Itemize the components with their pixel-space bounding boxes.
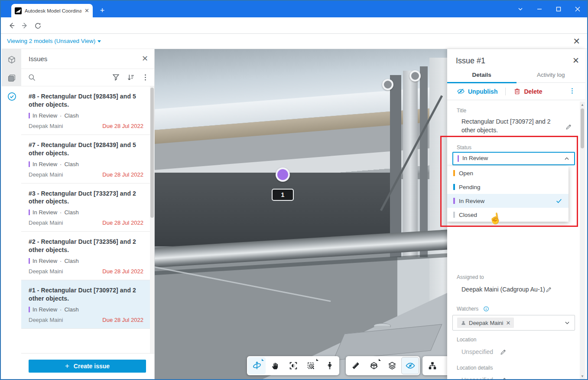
chevron-down-icon	[564, 320, 570, 326]
status-option[interactable]: Closed	[447, 208, 569, 222]
tab-details[interactable]: Details	[447, 72, 517, 78]
issues-panel-footer: +Create issue	[21, 353, 154, 380]
issue-list-item[interactable]: #2 - Rectangular Duct [732356] and 2 oth…	[21, 232, 150, 280]
issues-panel-icon[interactable]	[6, 91, 17, 102]
issue-list-item[interactable]: #1 - Rectangular Duct [730972] and 2 oth…	[21, 280, 150, 329]
scrollbar-thumb[interactable]	[150, 88, 154, 218]
fit-to-view-tool[interactable]	[284, 357, 302, 374]
issues-list-scrollbar[interactable]	[150, 86, 154, 353]
issue-type: Clash	[64, 112, 78, 119]
scrollbar-thumb[interactable]	[581, 108, 584, 148]
detail-panel-scrollbar[interactable]: ▲ ▼	[580, 102, 585, 380]
search-icon[interactable]	[28, 73, 36, 82]
model-browser-toolbar	[422, 356, 447, 375]
issue-title: #2 - Rectangular Duct [732356] and 2 oth…	[29, 238, 143, 254]
detail-more-kebab-icon[interactable]	[569, 87, 576, 95]
issues-list: #8 - Rectangular Duct [928435] and 5 oth…	[21, 86, 150, 353]
new-tab-button[interactable]: +	[97, 6, 107, 15]
analysis-toolbar	[346, 356, 420, 375]
flyout-indicator-icon	[316, 359, 318, 361]
issue-due-date: Due 28 Jul 2022	[102, 268, 143, 275]
issues-panel-title: Issues	[29, 55, 47, 62]
title-field: Title Rectangular Duct [730972] and 2 ot…	[457, 108, 561, 134]
edit-location-details-pencil-icon[interactable]	[500, 377, 507, 380]
issue-status-row: In Review · Clash	[29, 306, 143, 313]
detail-tabs: Details Activity log	[447, 72, 585, 83]
watcher-chip[interactable]: Deepak Maini ✕	[457, 318, 514, 328]
issue-pushpin-unselected[interactable]	[409, 70, 421, 82]
issue-title: #7 - Rectangular Duct [928439] and 5 oth…	[29, 141, 143, 157]
browser-tab[interactable]: Autodesk Model Coordination ✕	[11, 4, 93, 17]
unpublish-button[interactable]: Unpublish	[457, 87, 497, 95]
browser-titlebar: Autodesk Model Coordination ✕ +	[1, 1, 587, 17]
layers-tool[interactable]	[383, 357, 401, 374]
filter-icon[interactable]	[112, 73, 120, 82]
issues-panel: Issues ✕ #8 - Rectangular Duct [928435] …	[21, 49, 155, 380]
issue-type: Clash	[64, 258, 78, 264]
issue-pushpin-unselected[interactable]	[382, 79, 393, 90]
window-maximize-button[interactable]	[549, 1, 568, 17]
status-label: Status	[457, 143, 471, 151]
measure-tool[interactable]	[347, 357, 364, 374]
issue-type: Clash	[64, 161, 78, 167]
issue-list-item[interactable]: #7 - Rectangular Duct [928439] and 5 oth…	[21, 135, 150, 183]
edit-assignee-pencil-icon[interactable]	[545, 286, 552, 293]
status-option[interactable]: Open	[447, 166, 569, 180]
issue-list-item[interactable]: #8 - Rectangular Duct [928435] and 5 oth…	[21, 86, 150, 135]
status-select[interactable]: In Review	[452, 152, 575, 165]
create-issue-button[interactable]: +Create issue	[29, 360, 146, 373]
issue-detail-close-icon[interactable]: ✕	[572, 56, 579, 66]
edit-title-pencil-icon[interactable]	[565, 123, 572, 131]
scroll-up-icon[interactable]: ▲	[580, 103, 585, 107]
issues-panel-close-icon[interactable]: ✕	[142, 54, 148, 63]
viewer-close-icon[interactable]: ✕	[573, 36, 580, 46]
location-field: Location Unspecified	[457, 337, 507, 357]
issue-pin-number-label: 1	[272, 189, 294, 201]
first-person-walk-tool[interactable]	[321, 357, 338, 374]
location-details-field: Location details Unspecified	[457, 365, 507, 380]
assigned-to-field: Assigned to Deepak Maini (Cadgroup Au-1)	[457, 274, 545, 294]
issue-meta-row: Deepak Maini Due 28 Jul 2022	[29, 317, 143, 323]
watchers-select[interactable]: Deepak Maini ✕	[452, 315, 575, 331]
issues-toolbar	[21, 69, 154, 86]
status-option-color-bar	[453, 184, 455, 190]
issues-more-kebab-icon[interactable]	[141, 73, 149, 82]
info-icon[interactable]	[483, 306, 489, 312]
refresh-button[interactable]	[32, 20, 43, 31]
issue-list-item[interactable]: #3 - Rectangular Duct [733273] and 2 oth…	[21, 183, 150, 232]
models-panel-icon[interactable]	[6, 54, 17, 66]
status-option-label: Open	[459, 170, 473, 177]
viewing-models-dropdown[interactable]: Viewing 2 models (Unsaved View)	[7, 38, 101, 44]
issue-due-date: Due 28 Jul 2022	[102, 171, 143, 178]
orbit-tool[interactable]	[248, 357, 266, 374]
remove-watcher-icon[interactable]: ✕	[506, 320, 511, 326]
issue-assignee: Deepak Maini	[29, 219, 63, 226]
clash-display-tool[interactable]	[401, 357, 419, 374]
section-analysis-tool[interactable]	[365, 357, 383, 374]
zoom-window-tool[interactable]	[302, 357, 320, 374]
edit-location-pencil-icon[interactable]	[500, 348, 507, 356]
scroll-down-icon[interactable]: ▼	[580, 374, 585, 378]
window-minimize-button[interactable]	[530, 1, 549, 17]
divider	[505, 88, 506, 95]
tab-activity-log[interactable]: Activity log	[517, 72, 586, 78]
issue-status: In Review	[32, 161, 57, 167]
issue-status: In Review	[32, 112, 57, 119]
status-select-bar	[458, 155, 459, 162]
window-restore-down-icon[interactable]	[511, 1, 530, 17]
status-option[interactable]: Pending	[447, 180, 569, 194]
window-close-button[interactable]	[568, 1, 587, 17]
status-option[interactable]: In Review	[447, 194, 569, 208]
forward-button[interactable]	[19, 20, 30, 31]
sort-icon[interactable]	[127, 73, 135, 82]
issue-pushpin-selected[interactable]	[276, 167, 290, 182]
back-button[interactable]	[6, 20, 17, 31]
model-tree-tool[interactable]	[423, 357, 441, 374]
delete-button[interactable]: Delete	[513, 88, 542, 95]
status-dropdown: Open Pending In Review Closed	[447, 166, 569, 222]
tab-close-icon[interactable]: ✕	[84, 8, 89, 13]
pan-tool[interactable]	[266, 357, 284, 374]
model-viewport-3d[interactable]: 1	[155, 49, 447, 380]
views-panel-icon[interactable]	[6, 72, 17, 84]
flyout-indicator-icon	[262, 359, 264, 361]
